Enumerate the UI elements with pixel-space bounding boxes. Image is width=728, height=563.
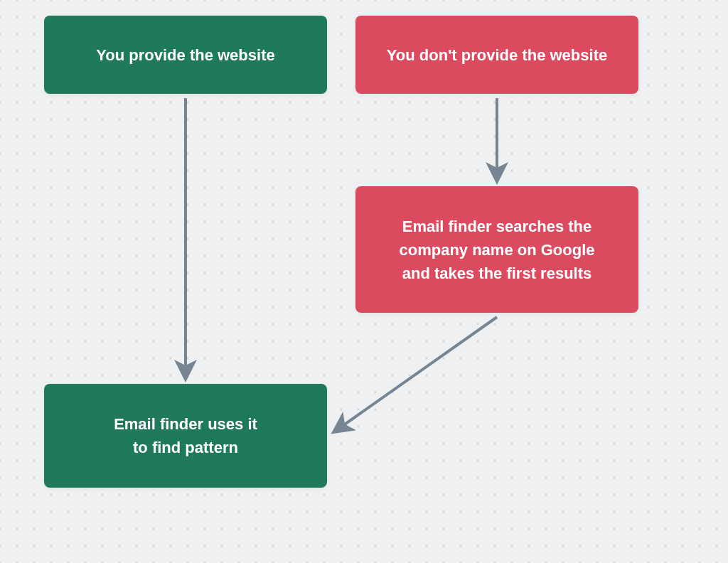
node-not-provide-website: You don't provide the website [355, 16, 638, 94]
node-uses-pattern: Email finder uses itto find pattern [44, 384, 327, 488]
node-provide-website: You provide the website [44, 16, 327, 94]
arrow-google-to-uses [336, 317, 497, 431]
node-google-search: Email finder searches the company name o… [355, 186, 638, 313]
